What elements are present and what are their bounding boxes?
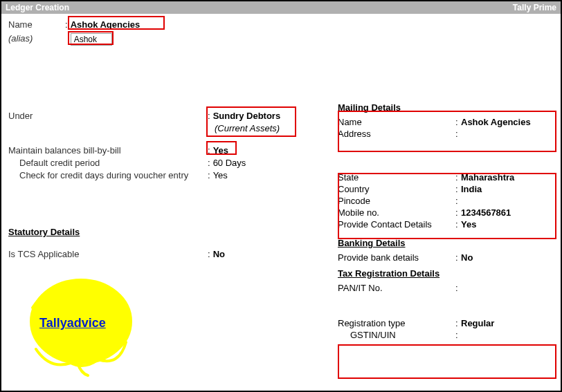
banking-head: Banking Details xyxy=(338,238,558,248)
highlight-name xyxy=(68,16,165,30)
highlight-billbybill xyxy=(206,141,237,155)
title-left: Ledger Creation xyxy=(6,3,69,12)
name-label: Name xyxy=(8,19,65,30)
title-bar: Ledger Creation Tally Prime xyxy=(1,1,561,14)
gstin-value[interactable] xyxy=(461,330,558,340)
tcs-value[interactable]: No xyxy=(213,249,225,259)
title-right: Tally Prime xyxy=(513,3,556,12)
highlight-regtype xyxy=(338,344,556,379)
tcs-label: Is TCS Applicable xyxy=(8,249,208,259)
check-credit-value[interactable]: Yes xyxy=(213,170,228,180)
check-credit-label: Check for credit days during voucher ent… xyxy=(19,170,208,180)
credit-period-label: Default credit period xyxy=(19,158,208,168)
tax-head: Tax Registration Details xyxy=(338,268,558,279)
ledger-creation-window: Ledger Creation Tally Prime Name : Ashok… xyxy=(0,0,562,392)
regtype-value[interactable]: Regular xyxy=(461,318,558,328)
statutory-head: Statutory Details xyxy=(8,227,80,237)
highlight-state-block xyxy=(338,173,556,239)
gstin-label: GSTIN/UIN xyxy=(338,330,455,340)
regtype-label: Registration type xyxy=(338,318,455,328)
pan-value[interactable] xyxy=(461,283,558,293)
highlight-mailing xyxy=(338,111,556,152)
bank-value[interactable]: No xyxy=(461,252,558,263)
credit-period-value[interactable]: 60 Days xyxy=(213,158,246,168)
watermark-link[interactable]: Tallyadvice xyxy=(39,316,106,330)
pan-label: PAN/IT No. xyxy=(338,283,455,293)
billbybill-label: Maintain balances bill-by-bill xyxy=(8,145,208,156)
highlight-alias xyxy=(68,31,114,45)
bank-label: Provide bank details xyxy=(338,252,455,263)
highlight-under xyxy=(206,106,296,137)
alias-label: (alias) xyxy=(8,33,65,44)
under-label: Under xyxy=(8,111,208,121)
